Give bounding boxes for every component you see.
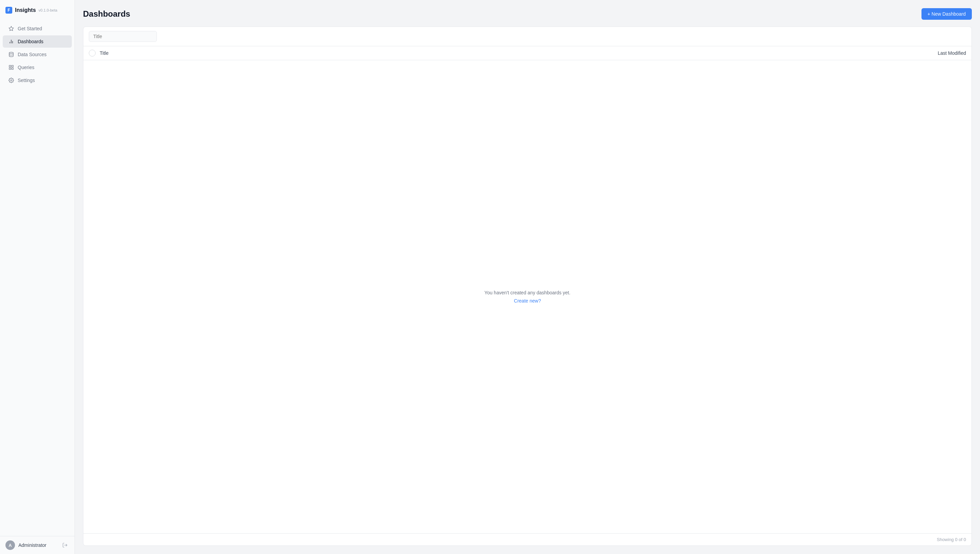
grid-icon (8, 64, 14, 70)
sidebar-item-dashboards[interactable]: Dashboards (3, 35, 72, 48)
sidebar-item-get-started[interactable]: Get Started (3, 22, 72, 35)
sidebar-footer: A Administrator (0, 536, 75, 554)
user-name: Administrator (18, 543, 46, 548)
logo-icon: F (5, 7, 12, 14)
database-icon (8, 51, 14, 57)
sidebar: F Insights v0.1.0-beta Get Started Dashb… (0, 0, 75, 554)
content-card: Title Last Modified You haven't created … (83, 27, 972, 546)
search-bar-wrap (83, 27, 972, 46)
sidebar-item-settings-label: Settings (18, 78, 35, 83)
gear-icon (8, 77, 14, 83)
create-new-link[interactable]: Create new? (514, 298, 541, 304)
sidebar-item-get-started-label: Get Started (18, 26, 42, 31)
page-title: Dashboards (83, 9, 130, 19)
table-header: Title Last Modified (83, 46, 972, 60)
new-dashboard-button[interactable]: + New Dashboard (921, 8, 972, 20)
showing-count: Showing 0 of 0 (937, 537, 966, 542)
page-header: Dashboards + New Dashboard (83, 8, 972, 20)
bar-chart-icon (8, 38, 14, 45)
main-content: Dashboards + New Dashboard Title Last Mo… (75, 0, 980, 554)
svg-rect-7 (9, 68, 11, 69)
sidebar-nav: Get Started Dashboards Data Sources (0, 19, 75, 536)
column-last-modified: Last Modified (938, 50, 966, 56)
app-name: Insights (15, 7, 36, 13)
select-all-checkbox[interactable] (89, 50, 95, 56)
svg-rect-8 (11, 68, 13, 69)
column-title: Title (100, 50, 938, 56)
sidebar-item-data-sources-label: Data Sources (18, 52, 47, 57)
svg-point-4 (9, 52, 13, 53)
table-body: You haven't created any dashboards yet. … (83, 60, 972, 533)
sidebar-item-data-sources[interactable]: Data Sources (3, 48, 72, 60)
user-info: A Administrator (5, 540, 46, 550)
star-icon (8, 25, 14, 32)
svg-rect-5 (9, 65, 11, 67)
sidebar-item-queries[interactable]: Queries (3, 61, 72, 73)
search-input[interactable] (89, 31, 157, 42)
svg-point-9 (11, 80, 12, 81)
table-footer: Showing 0 of 0 (83, 533, 972, 546)
sidebar-item-dashboards-label: Dashboards (18, 39, 43, 44)
sidebar-item-settings[interactable]: Settings (3, 74, 72, 86)
logout-button[interactable] (61, 541, 69, 549)
logout-icon (62, 543, 68, 548)
empty-message: You haven't created any dashboards yet. (485, 290, 571, 295)
svg-marker-0 (9, 26, 13, 30)
sidebar-item-queries-label: Queries (18, 65, 34, 70)
avatar: A (5, 540, 15, 550)
app-version: v0.1.0-beta (38, 8, 57, 12)
svg-rect-6 (11, 65, 13, 67)
logo: F Insights v0.1.0-beta (0, 0, 75, 19)
